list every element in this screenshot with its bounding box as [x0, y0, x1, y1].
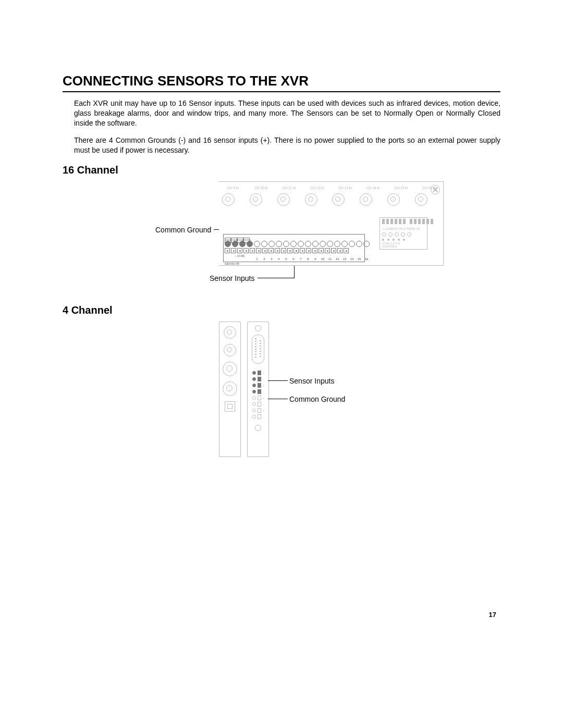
tb-sensor-label: SENSOR [225, 262, 239, 265]
channel-label: CH 9 in [222, 186, 244, 190]
terminal-number: 7 [298, 257, 304, 261]
terminal-pin-icon [293, 248, 299, 253]
terminal-number: 1 [254, 257, 260, 261]
terminal-pin-icon [268, 248, 274, 253]
page-title: CONNECTING SENSORS TO THE XVR [63, 73, 500, 92]
bnc-connector-icon [415, 193, 427, 206]
terminal-circle-icon [232, 241, 238, 247]
terminal-pin-icon [262, 248, 267, 253]
terminal-number: 15 [356, 257, 362, 261]
bnc-connector-icon [387, 193, 400, 206]
label-common-ground-16: Common Ground [155, 226, 211, 234]
terminal-number: 14 [349, 257, 355, 261]
dip-label-control: CONTROL [382, 245, 397, 248]
terminal-pin-icon [337, 248, 342, 253]
section-heading-4ch: 4 Channel [63, 304, 500, 316]
bnc-connector-icon [224, 344, 236, 356]
leader-line [268, 399, 288, 399]
screw-icon [255, 425, 261, 431]
tb-com-label: - COM. [235, 254, 245, 257]
bnc-connector-icon [223, 381, 237, 396]
terminal-circle-icon [349, 241, 355, 247]
terminal-pin-icon [331, 248, 336, 253]
terminal-pin-icon [237, 248, 242, 253]
terminal-circle-icon [276, 241, 282, 247]
bnc-connector-icon [360, 193, 372, 206]
terminal-circle-icon [312, 241, 319, 247]
terminal-circle-icon [334, 241, 340, 247]
terminal-circle-icon [320, 241, 326, 247]
terminal-number: 3 [268, 257, 275, 261]
bnc-connector-icon [332, 193, 345, 206]
terminal-pin-icon [344, 248, 349, 253]
terminal-pin-icon [256, 248, 261, 253]
pin-block: + - + - + - + - [248, 368, 268, 422]
channel-label: CH 15 in [390, 186, 412, 190]
terminal-number: 16 [363, 257, 370, 261]
terminal-number: 10 [320, 257, 326, 261]
terminal-circle-icon [290, 241, 297, 247]
label-common-ground-4: Common Ground [289, 395, 345, 403]
terminal-pin-icon [231, 248, 236, 253]
terminal-circle-icon [283, 241, 289, 247]
terminal-number [247, 257, 253, 261]
terminal-number: 13 [341, 257, 348, 261]
terminal-circle-icon [261, 241, 267, 247]
terminal-pin-icon [281, 248, 286, 253]
bnc-row [222, 193, 427, 206]
terminal-pin-icon [250, 248, 255, 253]
terminal-number [225, 257, 231, 261]
channel-label: CH 10 in [250, 186, 272, 190]
terminal-circle-icon [327, 241, 333, 247]
dip-switch-block: 1 CAMERA 75 Ω TERM 16 COM 1 2 3 4CONTROL [380, 217, 427, 250]
terminal-number: 4 [276, 257, 282, 261]
terminal-number: 5 [283, 257, 289, 261]
terminal-circle-icon [356, 241, 362, 247]
bnc-connector-icon [224, 326, 236, 339]
terminal-circle-icon [247, 241, 253, 247]
screw-icon [431, 185, 440, 194]
channel-label: CH 14 in [362, 186, 384, 190]
terminal-number [232, 257, 238, 261]
intro-paragraph-2: There are 4 Common Grounds (-) and 16 se… [74, 135, 500, 155]
vertical-panel-left [219, 322, 241, 457]
terminal-number: 9 [312, 257, 319, 261]
vertical-panel-right: + - + - + - + - [247, 322, 269, 457]
leader-line [268, 380, 288, 381]
intro-paragraph-1: Each XVR unit may have up to 16 Sensor i… [74, 98, 500, 128]
terminal-circle-icon [298, 241, 304, 247]
terminal-number: 6 [290, 257, 297, 261]
bnc-connector-icon [250, 193, 262, 206]
terminal-circle-icon [341, 241, 348, 247]
terminal-block: 12345678910111213141516 - COM. SENSOR [223, 234, 365, 262]
dip-label-top: 1 CAMERA 75 Ω TERM 16 [382, 227, 420, 230]
terminal-circle-icon [225, 241, 231, 247]
figure-4-channel: + - + - + - + - Sensor Inputs Common Gro… [219, 322, 500, 457]
page-number: 17 [489, 611, 496, 619]
terminal-circle-icon [239, 241, 246, 247]
section-heading-16ch: 16 Channel [63, 164, 500, 176]
bnc-connector-icon [305, 193, 317, 206]
terminal-pin-icon [325, 248, 330, 253]
rear-panel-16ch: CH 9 inCH 10 inCH 11 inCH 12 inCH 13 inC… [219, 181, 444, 266]
bnc-connector-icon [223, 362, 237, 376]
terminal-pin-icon [287, 248, 292, 253]
terminal-number: 12 [334, 257, 340, 261]
screw-icon [255, 325, 261, 331]
figure-16-channel: Common Ground Sensor Inputs CH 9 inCH 10… [109, 181, 500, 291]
terminal-pin-icon [243, 248, 249, 253]
terminal-number: 11 [327, 257, 333, 261]
channel-label: CH 12 in [306, 186, 328, 190]
bnc-connector-icon [277, 193, 290, 206]
terminal-pin-icon [275, 248, 280, 253]
leader-line [258, 278, 294, 278]
label-sensor-inputs-16: Sensor Inputs [210, 274, 254, 282]
terminal-circle-icon [305, 241, 311, 247]
terminal-number: 2 [261, 257, 267, 261]
terminal-number: 8 [305, 257, 311, 261]
terminal-number [239, 257, 246, 261]
terminal-circle-icon [268, 241, 275, 247]
terminal-pin-icon [319, 248, 324, 253]
terminal-pin-icon [225, 248, 230, 253]
terminal-pin-icon [306, 248, 311, 253]
